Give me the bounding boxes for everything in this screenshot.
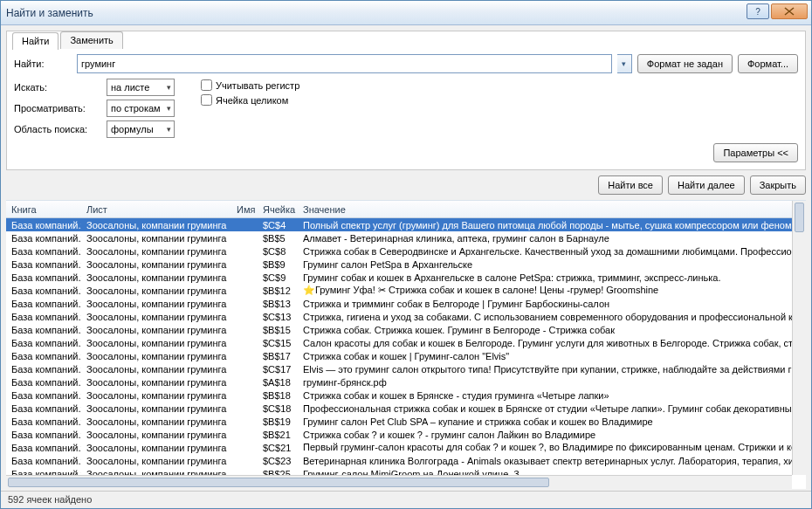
find-history-dropdown[interactable]: ▾ <box>617 54 632 73</box>
find-row: Найти: груминг ▾ Формат не задан Формат.… <box>14 54 798 73</box>
table-row[interactable]: База компаний.xlsxЗоосалоны, компании гр… <box>6 284 792 297</box>
vertical-scrollbar[interactable] <box>792 201 806 475</box>
table-row[interactable]: База компаний.xlsxЗоосалоны, компании гр… <box>6 415 792 428</box>
match-case-check[interactable]: Учитывать регистр <box>201 79 299 91</box>
table-row[interactable]: База компаний.xlsxЗоосалоны, компании гр… <box>6 467 792 475</box>
find-next-button[interactable]: Найти далее <box>668 175 745 195</box>
table-row[interactable]: База компаний.xlsxЗоосалоны, компании гр… <box>6 349 792 362</box>
find-label: Найти: <box>14 58 72 69</box>
col-value[interactable]: Значение <box>298 204 806 215</box>
search-panel: Найти Заменить Найти: груминг ▾ Формат н… <box>6 31 806 170</box>
cell-value: груминг-брянск.рф <box>298 377 792 388</box>
cell-book: База компаний.xlsx <box>6 272 81 283</box>
whole-cell-input[interactable] <box>201 94 212 106</box>
table-row[interactable]: База компаний.xlsxЗоосалоны, компании гр… <box>6 323 792 336</box>
table-row[interactable]: База компаний.xlsxЗоосалоны, компании гр… <box>6 362 792 375</box>
table-row[interactable]: База компаний.xlsxЗоосалоны, компании гр… <box>6 297 792 310</box>
find-input[interactable]: груминг <box>77 54 612 73</box>
table-row[interactable]: База компаний.xlsxЗоосалоны, компании гр… <box>6 231 792 244</box>
cell-sheet: Зоосалоны, компании груминга <box>81 443 231 453</box>
cell-book: База компаний.xlsx <box>6 456 81 466</box>
cell-ref: $B$13 <box>258 299 298 309</box>
cell-book: База компаний.xlsx <box>6 364 81 375</box>
table-row[interactable]: База компаний.xlsxЗоосалоны, компании гр… <box>6 218 792 231</box>
table-row[interactable]: База компаний.xlsxЗоосалоны, компании гр… <box>6 402 792 415</box>
format-button[interactable]: Формат... <box>738 54 798 73</box>
look-in-select[interactable]: на листе <box>107 79 175 96</box>
grid-header: Книга Лист Имя Ячейка Значение <box>6 201 806 218</box>
cell-value: Алмавет - Ветеринарная клиника, аптека, … <box>298 233 792 244</box>
close-button[interactable]: Закрыть <box>750 175 806 195</box>
cell-value: Стрижка собак ? и кошек ? - груминг сало… <box>298 430 792 440</box>
table-row[interactable]: База компаний.xlsxЗоосалоны, компании гр… <box>6 271 792 284</box>
cell-book: База компаний.xlsx <box>6 390 81 401</box>
cell-ref: $B$12 <box>258 285 298 296</box>
match-case-input[interactable] <box>201 79 212 91</box>
cell-sheet: Зоосалоны, компании груминга <box>81 325 231 335</box>
table-row[interactable]: База компаний.xlsxЗоосалоны, компании гр… <box>6 258 792 271</box>
cell-book: База компаний.xlsx <box>6 220 81 230</box>
scope-select[interactable]: формулы <box>107 120 175 138</box>
format-none-button[interactable]: Формат не задан <box>637 54 733 73</box>
v-scroll-thumb[interactable] <box>795 203 804 232</box>
cell-value: Груминг салон PetSpa в Архангельске <box>298 259 792 270</box>
table-row[interactable]: База компаний.xlsxЗоосалоны, компании гр… <box>6 441 792 454</box>
cell-book: База компаний.xlsx <box>6 351 81 361</box>
cell-book: База компаний.xlsx <box>6 246 81 257</box>
cell-sheet: Зоосалоны, компании груминга <box>81 259 231 270</box>
cell-ref: $C$13 <box>258 312 298 322</box>
cell-sheet: Зоосалоны, компании груминга <box>81 299 231 309</box>
cell-ref: $A$18 <box>258 377 298 388</box>
cell-ref: $B$21 <box>258 430 298 440</box>
horizontal-scrollbar[interactable] <box>6 475 792 489</box>
cell-value: Салон красоты для собак и кошек в Белгор… <box>298 338 792 348</box>
cell-ref: $C$23 <box>258 456 298 466</box>
cell-sheet: Зоосалоны, компании груминга <box>81 351 231 361</box>
tab-find[interactable]: Найти <box>12 32 58 50</box>
table-row[interactable]: База компаний.xlsxЗоосалоны, компании гр… <box>6 244 792 258</box>
cell-value: Груминг собак и кошек в Архангельске в с… <box>298 272 792 283</box>
col-cell[interactable]: Ячейка <box>258 204 298 215</box>
direction-select[interactable]: по строкам <box>107 100 175 117</box>
cell-book: База компаний.xlsx <box>6 403 81 414</box>
grid-rows: База компаний.xlsxЗоосалоны, компании гр… <box>6 218 792 475</box>
cell-sheet: Зоосалоны, компании груминга <box>81 338 231 348</box>
help-button[interactable]: ? <box>747 3 769 19</box>
cell-ref: $C$4 <box>258 220 298 230</box>
cell-book: База компаний.xlsx <box>6 377 81 388</box>
table-row[interactable]: База компаний.xlsxЗоосалоны, компании гр… <box>6 336 792 349</box>
col-book[interactable]: Книга <box>6 204 81 215</box>
table-row[interactable]: База компаний.xlsxЗоосалоны, компании гр… <box>6 428 792 441</box>
cell-ref: $B$19 <box>258 416 298 427</box>
cell-sheet: Зоосалоны, компании груминга <box>81 430 231 440</box>
tab-replace[interactable]: Заменить <box>60 31 122 49</box>
cell-ref: $B$18 <box>258 390 298 401</box>
cell-ref: $C$17 <box>258 364 298 375</box>
direction-label: Просматривать: <box>14 103 101 113</box>
table-row[interactable]: База компаний.xlsxЗоосалоны, компании гр… <box>6 454 792 467</box>
table-row[interactable]: База компаний.xlsxЗоосалоны, компании гр… <box>6 389 792 402</box>
table-row[interactable]: База компаний.xlsxЗоосалоны, компании гр… <box>6 310 792 323</box>
cell-value: Полный спектр услуг (груминг) для Вашего… <box>298 220 792 230</box>
status-bar: 592 ячеек найдено <box>1 491 811 508</box>
col-name[interactable]: Имя <box>231 204 258 215</box>
cell-sheet: Зоосалоны, компании груминга <box>81 377 231 388</box>
tabs: Найти Заменить <box>12 31 798 49</box>
cell-book: База компаний.xlsx <box>6 416 81 427</box>
cell-book: База компаний.xlsx <box>6 469 81 476</box>
options-area: Искать: на листе Просматривать: по строк… <box>14 79 798 138</box>
h-scroll-thumb[interactable] <box>8 478 549 487</box>
options-toggle-button[interactable]: Параметры << <box>713 143 798 162</box>
cell-book: База компаний.xlsx <box>6 338 81 348</box>
cell-ref: $B$17 <box>258 351 298 361</box>
cell-sheet: Зоосалоны, компании груминга <box>81 246 231 257</box>
cell-value: Груминг салон Pet Club SPA – купание и с… <box>298 416 792 427</box>
cell-ref: $C$9 <box>258 272 298 283</box>
find-all-button[interactable]: Найти все <box>598 175 663 195</box>
whole-cell-check[interactable]: Ячейка целиком <box>201 94 299 106</box>
col-sheet[interactable]: Лист <box>81 204 231 215</box>
cell-book: База компаний.xlsx <box>6 430 81 440</box>
table-row[interactable]: База компаний.xlsxЗоосалоны, компании гр… <box>6 375 792 389</box>
client-area: Найти Заменить Найти: груминг ▾ Формат н… <box>1 25 811 508</box>
close-window-button[interactable] <box>771 3 808 19</box>
